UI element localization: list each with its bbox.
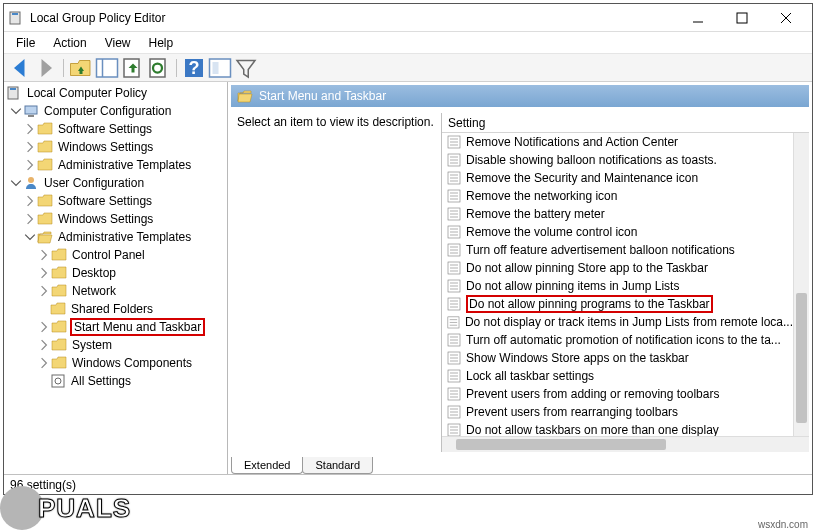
export-list-icon[interactable] [121,57,145,79]
setting-icon [446,386,462,402]
tree-user-config[interactable]: User Configuration [4,174,227,192]
up-folder-icon[interactable] [69,57,93,79]
setting-row[interactable]: Prevent users from rearranging toolbars [442,403,793,421]
setting-label: Do not allow pinning items in Jump Lists [466,279,679,293]
tree-item[interactable]: System [4,336,227,354]
tabs: Extended Standard [228,452,812,474]
svg-rect-17 [25,106,37,114]
tree-computer-config[interactable]: Computer Configuration [4,102,227,120]
list-body[interactable]: Remove Notifications and Action CenterDi… [442,133,809,436]
expander-closed-icon[interactable] [24,195,36,207]
list-header[interactable]: Setting [442,113,809,133]
close-button[interactable] [764,5,808,31]
svg-rect-20 [52,375,64,387]
source-url: wsxdn.com [758,519,808,530]
setting-row[interactable]: Show Windows Store apps on the taskbar [442,349,793,367]
scrollbar-thumb[interactable] [796,293,807,423]
tree-item[interactable]: Software Settings [4,192,227,210]
expander-closed-icon[interactable] [38,357,50,369]
setting-row[interactable]: Turn off feature advertisement balloon n… [442,241,793,259]
menu-action[interactable]: Action [45,34,94,52]
maximize-button[interactable] [720,5,764,31]
tab-standard[interactable]: Standard [302,457,373,474]
setting-icon [446,278,462,294]
expander-open-icon[interactable] [24,231,36,243]
setting-row[interactable]: Remove the battery meter [442,205,793,223]
svg-rect-16 [10,88,16,90]
vertical-scrollbar[interactable] [793,133,809,436]
tree-item[interactable]: Windows Settings [4,138,227,156]
setting-label: Do not allow taskbars on more than one d… [466,423,719,436]
expander-closed-icon[interactable] [38,249,50,261]
setting-label: Disable showing balloon notifications as… [466,153,717,167]
setting-row[interactable]: Do not allow pinning items in Jump Lists [442,277,793,295]
svg-text:?: ? [189,58,200,78]
tree-item[interactable]: Control Panel [4,246,227,264]
setting-row[interactable]: Do not allow taskbars on more than one d… [442,421,793,436]
tree-item[interactable]: Windows Settings [4,210,227,228]
scrollbar-thumb[interactable] [456,439,666,450]
setting-row[interactable]: Disable showing balloon notifications as… [442,151,793,169]
expander-closed-icon[interactable] [38,285,50,297]
tree-pane[interactable]: Local Computer Policy Computer Configura… [4,82,228,474]
setting-row[interactable]: Do not allow pinning Store app to the Ta… [442,259,793,277]
expander-closed-icon[interactable] [24,123,36,135]
folder-icon [51,265,67,281]
folder-icon [51,337,67,353]
tree-item[interactable]: Network [4,282,227,300]
tree-start-menu-taskbar[interactable]: Start Menu and Taskbar [4,318,227,336]
expander-closed-icon[interactable] [38,267,50,279]
setting-row[interactable]: Do not display or track items in Jump Li… [442,313,793,331]
tree-root[interactable]: Local Computer Policy [4,84,227,102]
tree-all-settings[interactable]: All Settings [4,372,227,390]
properties-icon[interactable] [208,57,232,79]
filter-icon[interactable] [234,57,258,79]
tab-extended[interactable]: Extended [231,457,303,474]
tree-admin-templates[interactable]: Administrative Templates [4,228,227,246]
expander-closed-icon[interactable] [24,159,36,171]
setting-row[interactable]: Remove the Security and Maintenance icon [442,169,793,187]
back-arrow-icon[interactable] [8,57,32,79]
setting-icon [446,296,462,312]
expander-closed-icon[interactable] [24,213,36,225]
setting-row[interactable]: Remove the volume control icon [442,223,793,241]
svg-rect-18 [28,115,34,117]
tree-item[interactable]: Windows Components [4,354,227,372]
menu-help[interactable]: Help [141,34,182,52]
show-tree-icon[interactable] [95,57,119,79]
tree-item[interactable]: Administrative Templates [4,156,227,174]
setting-icon [446,224,462,240]
computer-icon [23,103,39,119]
setting-icon [446,260,462,276]
tree-item[interactable]: Software Settings [4,120,227,138]
body: Local Computer Policy Computer Configura… [4,82,812,474]
expander-closed-icon[interactable] [38,339,50,351]
setting-row[interactable]: Lock all taskbar settings [442,367,793,385]
main-pane: Start Menu and Taskbar Select an item to… [228,82,812,474]
menu-view[interactable]: View [97,34,139,52]
setting-label: Turn off feature advertisement balloon n… [466,243,735,257]
expander-open-icon[interactable] [10,105,22,117]
setting-row[interactable]: Remove the networking icon [442,187,793,205]
help-icon[interactable]: ? [182,57,206,79]
minimize-button[interactable] [676,5,720,31]
setting-label: Show Windows Store apps on the taskbar [466,351,689,365]
setting-label: Prevent users from rearranging toolbars [466,405,678,419]
expander-closed-icon[interactable] [38,321,50,333]
setting-icon [446,170,462,186]
refresh-icon[interactable] [147,57,171,79]
watermark: PUALS [0,486,131,530]
setting-row[interactable]: Remove Notifications and Action Center [442,133,793,151]
expander-closed-icon[interactable] [24,141,36,153]
tree-item[interactable]: Desktop [4,264,227,282]
setting-row[interactable]: Do not allow pinning programs to the Tas… [442,295,793,313]
tree-item[interactable]: Shared Folders [4,300,227,318]
horizontal-scrollbar[interactable] [442,436,809,452]
expander-open-icon[interactable] [10,177,22,189]
svg-rect-3 [737,13,747,23]
menu-file[interactable]: File [8,34,43,52]
policy-icon [6,85,22,101]
forward-arrow-icon[interactable] [34,57,58,79]
setting-row[interactable]: Prevent users from adding or removing to… [442,385,793,403]
setting-row[interactable]: Turn off automatic promotion of notifica… [442,331,793,349]
